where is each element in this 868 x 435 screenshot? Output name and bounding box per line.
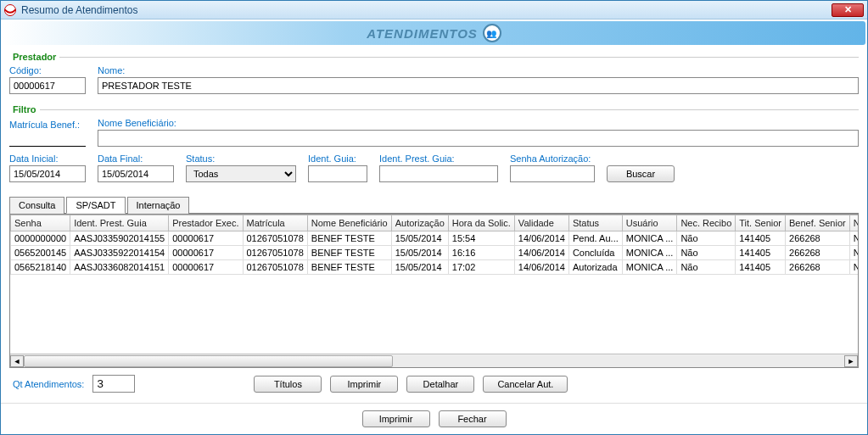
dataini-label: Data Inicial:	[9, 153, 86, 164]
tabs: Consulta SP/SADT Internação	[9, 196, 859, 214]
column-header[interactable]: Nome Beneficiário	[307, 215, 391, 231]
column-header[interactable]: Senha	[11, 215, 70, 231]
imprimir-grid-button[interactable]: Imprimir	[330, 376, 398, 393]
qt-label: Qt Atendimentos:	[13, 379, 84, 389]
window-title: Resumo de Atendimentos	[21, 4, 832, 16]
scroll-thumb[interactable]	[24, 355, 393, 367]
app-icon	[4, 4, 16, 16]
cancelar-aut-button[interactable]: Cancelar Aut.	[483, 376, 568, 393]
column-header[interactable]: Hora da Solic.	[448, 215, 514, 231]
fechar-button[interactable]: Fechar	[439, 410, 507, 427]
titulos-button[interactable]: Títulos	[254, 376, 322, 393]
column-header[interactable]: Nec. Recibo	[677, 215, 736, 231]
app-window: Resumo de Atendimentos ✕ ATENDIMENTOS 👥 …	[0, 0, 868, 435]
column-header[interactable]: Tit. Senior	[736, 215, 786, 231]
matricula-label: Matrícula Benef.:	[9, 120, 86, 130]
grid-footer: Qt Atendimentos: Títulos Imprimir Detalh…	[9, 368, 859, 399]
banner: ATENDIMENTOS 👥	[3, 21, 865, 45]
qt-value[interactable]	[92, 375, 135, 393]
identguia-input[interactable]	[308, 165, 367, 182]
column-header[interactable]: Ident. Prest. Guia	[70, 215, 169, 231]
scroll-left-icon[interactable]: ◄	[10, 355, 24, 367]
detalhar-button[interactable]: Detalhar	[406, 376, 474, 393]
bottom-bar: Imprimir Fechar	[1, 403, 867, 434]
senha-label: Senha Autorização:	[510, 153, 595, 164]
horizontal-scrollbar[interactable]: ◄ ►	[10, 354, 858, 367]
tab-consulta[interactable]: Consulta	[9, 197, 64, 214]
table-row[interactable]: 0565218140AASJ03360820141510000061701267…	[11, 260, 859, 275]
identguia-label: Ident. Guia:	[308, 153, 367, 164]
column-header[interactable]: Benef. Senior	[786, 215, 850, 231]
datafim-label: Data Final:	[98, 153, 174, 164]
column-header[interactable]: Autorização	[391, 215, 448, 231]
filtro-legend: Filtro	[9, 104, 40, 114]
identprestguia-input[interactable]	[379, 165, 498, 182]
prestador-legend: Prestador	[9, 52, 59, 62]
scroll-right-icon[interactable]: ►	[844, 355, 858, 367]
imprimir-button[interactable]: Imprimir	[362, 410, 430, 427]
status-select[interactable]: Todas	[186, 165, 296, 182]
people-icon: 👥	[483, 24, 501, 42]
column-header[interactable]: Matrícula	[243, 215, 307, 231]
nomebenef-label: Nome Beneficiário:	[98, 118, 859, 128]
column-header[interactable]: Validade	[514, 215, 568, 231]
codigo-input[interactable]	[9, 77, 86, 94]
nomebenef-input[interactable]	[98, 130, 859, 147]
prestador-group: Prestador Código: Nome:	[9, 52, 859, 99]
table-row[interactable]: 0565200145AASJ03359220141540000061701267…	[11, 246, 859, 260]
codigo-label: Código:	[9, 65, 86, 75]
senha-input[interactable]	[510, 165, 595, 182]
column-header[interactable]: Negociação	[849, 215, 858, 231]
tab-internacao[interactable]: Internação	[127, 197, 190, 214]
matricula-input[interactable]	[9, 131, 86, 147]
buscar-button[interactable]: Buscar	[607, 165, 675, 182]
column-header[interactable]: Status	[568, 215, 622, 231]
tab-spsadt[interactable]: SP/SADT	[66, 197, 125, 214]
column-header[interactable]: Prestador Exec.	[169, 215, 243, 231]
banner-text: ATENDIMENTOS	[367, 26, 478, 41]
column-header[interactable]: Usuário	[622, 215, 677, 231]
dataini-input[interactable]	[9, 165, 86, 182]
titlebar: Resumo de Atendimentos ✕	[1, 1, 867, 20]
table-row[interactable]: 0000000000AASJ03359020141550000061701267…	[11, 231, 859, 246]
nome-label: Nome:	[98, 65, 859, 75]
filtro-group: Filtro Matrícula Benef.: Nome Beneficiár…	[9, 104, 859, 187]
identprestguia-label: Ident. Prest. Guia:	[379, 153, 498, 164]
grid: SenhaIdent. Prest. GuiaPrestador Exec.Ma…	[9, 214, 859, 368]
close-button[interactable]: ✕	[832, 3, 864, 17]
results-table: SenhaIdent. Prest. GuiaPrestador Exec.Ma…	[10, 215, 858, 275]
datafim-input[interactable]	[98, 165, 174, 182]
nome-input[interactable]	[98, 77, 859, 94]
status-label: Status:	[186, 153, 296, 164]
